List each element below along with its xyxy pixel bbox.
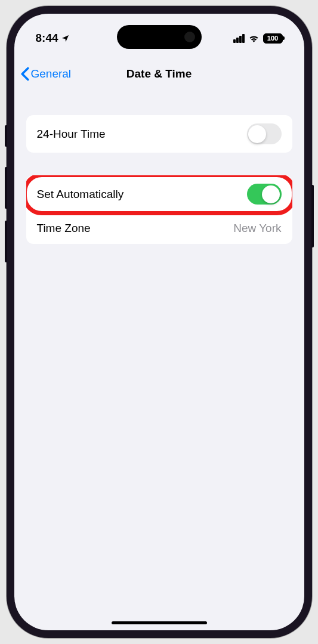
toggle-knob [262, 185, 280, 203]
settings-group-1: 24-Hour Time [26, 115, 292, 153]
power-button [311, 185, 314, 247]
volume-down-button [5, 221, 7, 262]
row-value: New York [233, 222, 281, 235]
phone-frame: 8:44 100 General Date & Time [7, 6, 312, 638]
volume-up-button [5, 167, 7, 209]
silent-switch [5, 125, 7, 147]
status-time: 8:44 [36, 32, 58, 45]
cellular-icon [233, 34, 245, 43]
status-right: 100 [233, 33, 283, 44]
back-label: General [31, 67, 72, 80]
status-left: 8:44 [36, 32, 70, 45]
wifi-icon [248, 34, 260, 42]
row-label: Time Zone [37, 222, 91, 235]
screen: 8:44 100 General Date & Time [14, 14, 304, 630]
battery-icon: 100 [263, 33, 283, 44]
content: 24-Hour Time Set Automatically [26, 115, 292, 267]
row-24hour-time[interactable]: 24-Hour Time [26, 115, 292, 153]
row-time-zone[interactable]: Time Zone New York [26, 213, 292, 244]
location-icon [61, 34, 70, 43]
settings-group-2: Set Automatically Time Zone New York [26, 175, 292, 244]
dynamic-island [117, 25, 202, 49]
back-button[interactable]: General [20, 67, 72, 81]
row-label: 24-Hour Time [37, 128, 106, 141]
camera-dot [184, 32, 195, 42]
row-set-automatically[interactable]: Set Automatically [26, 175, 292, 213]
row-label: Set Automatically [37, 188, 124, 201]
highlighted-row-wrap: Set Automatically [26, 175, 292, 213]
home-indicator[interactable] [112, 621, 207, 624]
toggle-knob [248, 125, 266, 143]
nav-bar: General Date & Time [14, 58, 304, 90]
toggle-24hour-time[interactable] [247, 123, 282, 144]
chevron-left-icon [20, 67, 30, 81]
toggle-set-automatically[interactable] [247, 184, 282, 205]
battery-level: 100 [267, 35, 278, 42]
